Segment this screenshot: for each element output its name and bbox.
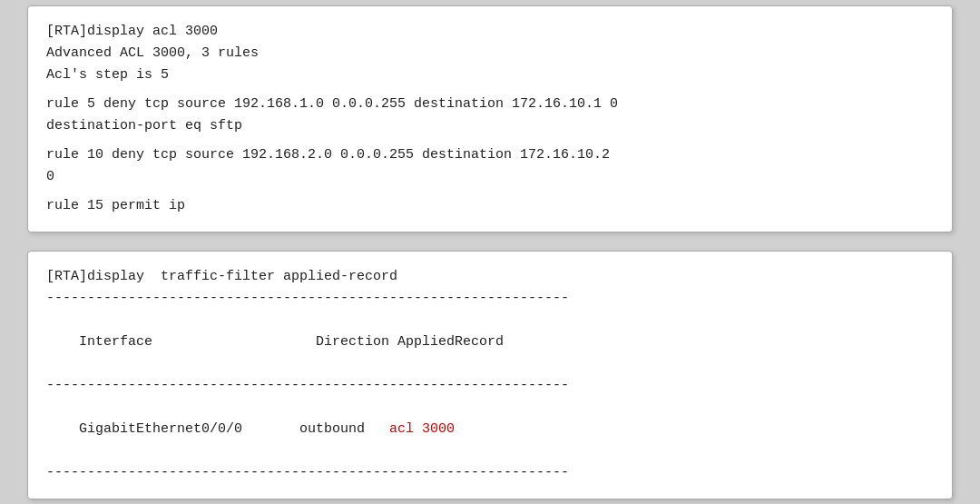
spacer-2 <box>46 137 934 144</box>
traffic-filter-box: [RTA]display traffic-filter applied-reco… <box>27 251 953 499</box>
divider-bottom: ----------------------------------------… <box>46 462 934 484</box>
interface-value: GigabitEthernet0/0/0 <box>79 421 242 437</box>
acl-value: acl 3000 <box>389 421 455 437</box>
divider-top: ----------------------------------------… <box>46 288 934 310</box>
table-data-row: GigabitEthernet0/0/0 outbound acl 3000 <box>46 397 934 462</box>
table-header: Interface Direction AppliedRecord <box>46 310 934 375</box>
divider-middle: ----------------------------------------… <box>46 375 934 397</box>
header-direction: Direction <box>316 334 389 350</box>
header-interface: Interface <box>79 334 152 350</box>
acl-rule5-line1: rule 5 deny tcp source 192.168.1.0 0.0.0… <box>46 94 934 115</box>
acl-step-line: Acl's step is 5 <box>46 64 934 86</box>
acl-rule10-line1: rule 10 deny tcp source 192.168.2.0 0.0.… <box>46 144 934 166</box>
acl-rule5-line2: destination-port eq sftp <box>46 115 934 137</box>
acl-rule15-line: rule 15 permit ip <box>46 195 934 217</box>
acl-command-line: [RTA]display acl 3000 <box>46 21 934 43</box>
traffic-command-line: [RTA]display traffic-filter applied-reco… <box>46 266 934 288</box>
acl-advanced-line: Advanced ACL 3000, 3 rules <box>46 43 934 64</box>
acl-rule10-line2: 0 <box>46 166 934 188</box>
spacer-1 <box>46 86 934 94</box>
direction-value: outbound <box>299 421 365 437</box>
acl-display-box: [RTA]display acl 3000 Advanced ACL 3000,… <box>27 5 953 232</box>
spacer-3 <box>46 188 934 195</box>
header-applied: AppliedRecord <box>397 334 504 350</box>
